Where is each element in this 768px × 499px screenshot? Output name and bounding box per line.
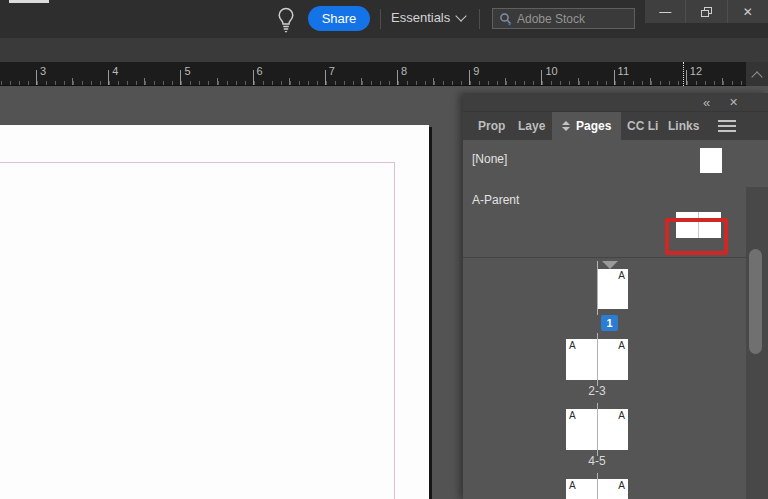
restore-button[interactable] [685,0,726,23]
share-button[interactable]: Share [308,6,370,31]
sort-icon [562,121,570,131]
adobe-stock-search[interactable] [492,8,635,29]
panel-scrollbar-thumb[interactable] [749,249,762,354]
panel-body: [None] A-Parent A 1 AA2-3AA4-5AA6-7 [463,140,768,499]
tab-pages-label: Pages [576,119,611,133]
margin-guide-horizontal [0,162,395,163]
pages-panel: « ✕ Prop Laye Pages CC Li Links [None] A… [463,93,768,499]
tab-links[interactable]: Links [668,112,699,140]
page-thumbnail[interactable]: A [597,409,628,450]
learn-lightbulb-icon[interactable] [276,6,296,32]
page-spread[interactable]: AA2-3 [566,339,628,401]
tab-layers[interactable]: Laye [518,112,545,140]
chevron-up-icon [751,71,762,82]
tab-properties[interactable]: Prop [478,112,505,140]
page-thumbnail[interactable]: A [566,479,597,499]
page-spread[interactable]: AA4-5 [566,409,628,471]
ruler-unit-label: 5 [184,65,190,77]
parent-prefix: A [618,340,625,351]
page-1-number-badge[interactable]: 1 [601,315,618,331]
workspace-label: Essentials [391,10,450,25]
ruler-unit-label: 9 [473,65,479,77]
ruler-unit-label: 8 [401,65,407,77]
ruler-unit-label: 3 [40,65,46,77]
parent-prefix: A [569,410,576,421]
ruler-unit-label: 12 [690,65,702,77]
panel-menu-icon[interactable] [718,120,736,132]
ruler-unit-label: 11 [618,65,629,77]
panel-close-icon[interactable]: ✕ [729,96,738,109]
page-thumbnail[interactable]: A [566,339,597,380]
panel-scrollbar-track[interactable] [746,187,768,499]
document-page[interactable] [0,125,429,499]
parent-none-thumbnail[interactable] [700,148,722,173]
indesign-window: Share Essentials — ✕ 3456789101112 [0,0,768,499]
page-thumbnail[interactable]: A [597,339,628,380]
spread-page-numbers: 4-5 [566,454,628,468]
scroll-up-arrow[interactable] [746,62,768,88]
title-bar: Share Essentials — ✕ [0,0,768,38]
page-shadow [429,127,432,499]
tab-cc-libraries[interactable]: CC Li [627,112,658,140]
page-thumbnail[interactable]: A [597,479,628,499]
parent-label: [None] [472,152,507,166]
workspace-switcher[interactable]: Essentials [391,10,465,25]
parent-label: A-Parent [472,193,519,207]
restore-icon [701,7,712,17]
chevron-down-icon [456,10,467,21]
menu-remnant [9,0,49,3]
spread-page-numbers: 2-3 [566,384,628,398]
window-controls: — ✕ [645,0,768,23]
parent-row-none[interactable]: [None] [463,143,746,175]
close-button[interactable]: ✕ [727,0,768,23]
spread-selector-triangle-icon [602,261,618,269]
parent-prefix: A [569,340,576,351]
parent-prefix: A [618,270,625,281]
page-spread[interactable]: AA6-7 [566,479,628,499]
spine-line [597,403,598,456]
parent-prefix: A [618,410,625,421]
ruler-unit-label: 4 [112,65,118,77]
search-input[interactable] [517,12,617,26]
page-1-thumbnail[interactable]: A [598,269,628,309]
ruler-unit-label: 7 [329,65,335,77]
parent-prefix: A [569,480,576,491]
spine-line [597,473,598,499]
panel-collapse-icon[interactable]: « [703,95,710,110]
parent-prefix: A [618,480,625,491]
application-band [0,38,768,62]
panel-header: « ✕ [463,93,768,112]
panel-tab-bar: Prop Laye Pages CC Li Links [463,112,768,140]
parent-row-a-parent[interactable]: A-Parent [463,175,746,207]
page-thumbnail[interactable]: A [566,409,597,450]
search-icon [499,12,513,26]
section-divider [463,257,746,258]
spine-line [597,333,598,386]
red-annotation-box [665,218,728,255]
ruler-unit-label: 10 [545,65,557,77]
ruler-unit-label: 6 [257,65,263,77]
tab-pages[interactable]: Pages [552,112,621,140]
ruler-cursor-indicator [683,62,684,86]
horizontal-ruler[interactable]: 3456789101112 [0,62,768,86]
minimize-button[interactable]: — [645,0,685,23]
toolbar-divider [479,9,480,29]
margin-guide-vertical [394,162,395,499]
toolbar-divider [380,9,381,29]
